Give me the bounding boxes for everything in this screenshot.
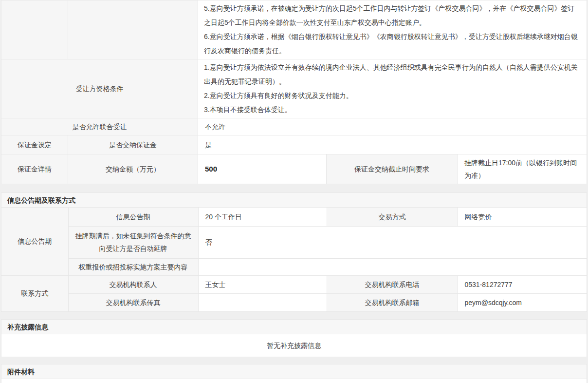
deposit-amount-label: 交纳金额（万元） (68, 154, 198, 184)
supplementary-disclosure-section: 补充披露信息 暂无补充披露信息 (1, 319, 587, 357)
table-row: 5.意向受让方须承诺，在被确定为受让方的次日起5个工作日内与转让方签订《产权交易… (1, 0, 587, 59)
contact-fax-label: 交易机构联系传真 (68, 293, 198, 311)
table-row: 联系方式 交易机构联系人 王女士 交易机构联系电话 0531-81272777 (1, 275, 587, 293)
deposit-deadline-value: 挂牌截止日17:00前（以银行到账时间为准） (458, 154, 587, 184)
transfer-term-item-6: 6.意向受让方须承诺，根据《烟台银行股权转让意见书》《农商银行股权转让意见书》，… (204, 30, 580, 58)
attachments-section: 附件材料 提示：项目无相关材料。 (1, 364, 587, 383)
project-detail-page: 5.意向受让方须承诺，在被确定为受让方的次日起5个工作日内与转让方签订《产权交易… (0, 0, 588, 383)
table-row: 交易机构联系传真 交易机构联系邮箱 peym@sdcqjy.com (1, 293, 587, 311)
contact-person-label: 交易机构联系人 (68, 275, 198, 293)
contact-person-value: 王女士 (198, 275, 327, 293)
joint-transfer-value: 不允许 (198, 118, 587, 135)
auto-extension-value: 否 (198, 226, 587, 258)
table-row: 是否允许联合受让 不允许 (1, 118, 587, 135)
table-row: 保证金详情 交纳金额（万元） 500 保证金交纳截止时间要求 挂牌截止日17:0… (1, 154, 587, 184)
deposit-pay-value: 是 (198, 135, 587, 154)
attachments-empty-note: 提示：项目无相关材料。 (1, 379, 587, 383)
qualification-label: 受让方资格条件 (1, 59, 198, 118)
transfer-terms-continuation-cell: 5.意向受让方须承诺，在被确定为受让方的次日起5个工作日内与转让方签订《产权交易… (198, 0, 587, 59)
bidding-plan-label: 权重报价或招投标实施方案主要内容 (68, 258, 198, 275)
transfer-term-item-5: 5.意向受让方须承诺，在被确定为受让方的次日起5个工作日内与转让方签订《产权交易… (204, 1, 580, 30)
contact-fax-value (198, 293, 327, 311)
qualification-item-1: 1.意向受让方须为依法设立并有效存续的境内企业法人、其他经济组织或具有完全民事行… (204, 60, 580, 89)
announcement-section-title: 信息公告期及联系方式 (1, 193, 587, 208)
qualification-item-3: 3.本项目不接受联合体受让。 (204, 103, 580, 117)
deposit-group-label: 保证金设定 (1, 135, 68, 154)
deposit-amount-value: 500 (198, 154, 327, 184)
contact-phone-label: 交易机构联系电话 (327, 275, 458, 293)
trade-mode-value: 网络竞价 (458, 208, 587, 226)
deposit-amount-number: 500 (205, 165, 217, 173)
deposit-detail-group-label: 保证金详情 (1, 154, 68, 184)
qualification-content-cell: 1.意向受让方须为依法设立并有效存续的境内企业法人、其他经济组织或具有完全民事行… (198, 59, 587, 118)
announcement-contact-section: 信息公告期及联系方式 信息公告期 信息公告期 20 个工作日 交易方式 网络竞价… (1, 192, 587, 312)
transfer-conditions-table: 5.意向受让方须承诺，在被确定为受让方的次日起5个工作日内与转让方签订《产权交易… (1, 0, 587, 184)
contact-email-label: 交易机构联系邮箱 (327, 293, 458, 311)
qualification-item-2: 2.意向受让方须具有良好的财务状况及支付能力。 (204, 89, 580, 103)
joint-transfer-label: 是否允许联合受让 (1, 118, 198, 135)
table-row: 保证金设定 是否交纳保证金 是 (1, 135, 587, 154)
bidding-plan-value (198, 258, 587, 275)
period-group-label: 信息公告期 (1, 208, 68, 275)
supplementary-empty-note: 暂无补充披露信息 (1, 334, 587, 357)
attachments-section-title: 附件材料 (1, 364, 587, 379)
table-row: 受让方资格条件 1.意向受让方须为依法设立并有效存续的境内企业法人、其他经济组织… (1, 59, 587, 118)
table-row: 信息公告期 信息公告期 20 个工作日 交易方式 网络竞价 (1, 208, 587, 226)
announcement-contact-table: 信息公告期 信息公告期 20 个工作日 交易方式 网络竞价 挂牌期满后，如未征集… (1, 208, 587, 311)
empty-label-cell (68, 0, 198, 59)
contact-email-value: peym@sdcqjy.com (458, 293, 587, 311)
deposit-deadline-label: 保证金交纳截止时间要求 (327, 154, 458, 184)
period-label: 信息公告期 (68, 208, 198, 226)
empty-group-cell (1, 0, 68, 59)
table-row: 权重报价或招投标实施方案主要内容 (1, 258, 587, 275)
table-row: 挂牌期满后，如未征集到符合条件的意向受让方是否自动延牌 否 (1, 226, 587, 258)
contact-phone-value: 0531-81272777 (458, 275, 587, 293)
auto-extension-label: 挂牌期满后，如未征集到符合条件的意向受让方是否自动延牌 (68, 226, 198, 258)
trade-mode-label: 交易方式 (327, 208, 458, 226)
contact-group-label: 联系方式 (1, 275, 68, 311)
deposit-pay-label: 是否交纳保证金 (68, 135, 198, 154)
period-value: 20 个工作日 (198, 208, 327, 226)
supplementary-section-title: 补充披露信息 (1, 320, 587, 334)
